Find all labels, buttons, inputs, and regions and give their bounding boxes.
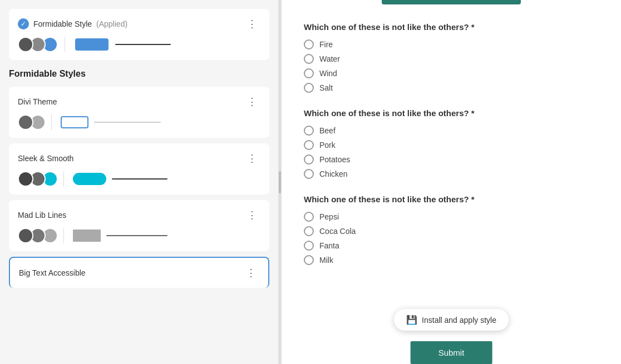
- radio-pepsi[interactable]: [304, 212, 314, 222]
- left-panel: ✓ Formidable Style (Applied) ⋮ Formidabl…: [0, 0, 278, 364]
- option-milk[interactable]: Milk: [304, 255, 599, 265]
- option-cocacola[interactable]: Coca Cola: [304, 226, 599, 236]
- bigtext-title: Big Text Accessible: [19, 268, 86, 277]
- radio-milk[interactable]: [304, 255, 314, 265]
- madlib-btn-preview: [73, 230, 101, 242]
- applied-btn-preview: [75, 38, 109, 51]
- option-wind[interactable]: Wind: [304, 68, 599, 78]
- label-pepsi: Pepsi: [319, 212, 339, 221]
- madlib-menu[interactable]: ⋮: [244, 208, 260, 222]
- radio-fire[interactable]: [304, 39, 314, 49]
- bigtext-menu[interactable]: ⋮: [243, 266, 259, 280]
- applied-card-header: ✓ Formidable Style (Applied) ⋮: [18, 17, 260, 31]
- install-apply-button[interactable]: 💾 Install and apply style: [394, 309, 509, 331]
- submit-label: Submit: [438, 348, 465, 357]
- sleek-btn-preview: [73, 173, 106, 185]
- label-fanta: Fanta: [319, 241, 339, 250]
- label-potatoes: Potatoes: [319, 155, 350, 164]
- divi-color-1: [18, 114, 33, 130]
- option-salt[interactable]: Salt: [304, 83, 599, 93]
- applied-card-menu[interactable]: ⋮: [244, 17, 260, 31]
- sleek-preview: [18, 171, 260, 187]
- option-pepsi[interactable]: Pepsi: [304, 212, 599, 222]
- label-wind: Wind: [319, 69, 337, 78]
- option-fanta[interactable]: Fanta: [304, 241, 599, 251]
- question-3: Which one of these is not like the other…: [304, 195, 599, 265]
- madlib-preview: [18, 228, 260, 243]
- radio-potatoes[interactable]: [304, 154, 314, 164]
- label-cocacola: Coca Cola: [319, 227, 356, 236]
- question-2-text: Which one of these is not like the other…: [304, 108, 599, 118]
- option-beef[interactable]: Beef: [304, 126, 599, 136]
- option-potatoes[interactable]: Potatoes: [304, 154, 599, 164]
- style-card-sleek: Sleek & Smooth ⋮: [9, 143, 269, 195]
- color-circle-1: [18, 37, 33, 52]
- radio-cocacola[interactable]: [304, 226, 314, 236]
- install-btn-container: 💾 Install and apply style: [394, 309, 509, 331]
- madlib-colors: [18, 228, 55, 243]
- bigtext-header: Big Text Accessible ⋮: [19, 266, 259, 280]
- applied-preview-row: [18, 37, 260, 52]
- style-card-divi: Divi Theme ⋮: [9, 87, 269, 138]
- applied-style-card: ✓ Formidable Style (Applied) ⋮: [9, 9, 269, 60]
- option-fire[interactable]: Fire: [304, 39, 599, 49]
- label-pork: Pork: [319, 141, 336, 149]
- preview-divider: [65, 37, 65, 52]
- question-2: Which one of these is not like the other…: [304, 108, 599, 179]
- madlib-divider: [63, 228, 64, 243]
- applied-style-name: Formidable Style: [33, 19, 92, 28]
- option-chicken[interactable]: Chicken: [304, 169, 599, 179]
- install-btn-label: Install and apply style: [422, 316, 496, 325]
- radio-pork[interactable]: [304, 140, 314, 150]
- divi-title: Divi Theme: [18, 97, 57, 106]
- question-1-text: Which one of these is not like the other…: [304, 22, 599, 32]
- radio-fanta[interactable]: [304, 241, 314, 251]
- radio-beef[interactable]: [304, 126, 314, 136]
- option-water[interactable]: Water: [304, 54, 599, 64]
- section-title: Formidable Styles: [9, 69, 269, 79]
- style-card-bigtext: Big Text Accessible ⋮: [9, 257, 269, 288]
- madlib-header: Mad Lib Lines ⋮: [18, 208, 260, 222]
- label-salt: Salt: [319, 83, 333, 92]
- label-water: Water: [319, 54, 340, 63]
- divi-line-preview: [94, 122, 161, 123]
- divi-preview: [18, 114, 260, 130]
- divi-divider: [51, 114, 52, 130]
- sleek-menu[interactable]: ⋮: [244, 151, 260, 166]
- top-green-bar: [382, 0, 521, 4]
- question-3-text: Which one of these is not like the other…: [304, 195, 599, 204]
- divi-btn-preview: [61, 116, 88, 128]
- applied-line-preview: [115, 44, 171, 45]
- madlib-line-preview: [106, 235, 167, 236]
- submit-button[interactable]: Submit: [411, 341, 492, 364]
- divi-menu[interactable]: ⋮: [244, 94, 260, 109]
- sleek-line-preview: [112, 178, 167, 179]
- option-pork[interactable]: Pork: [304, 140, 599, 150]
- radio-salt[interactable]: [304, 83, 314, 93]
- radio-water[interactable]: [304, 54, 314, 64]
- sleek-header: Sleek & Smooth ⋮: [18, 151, 260, 166]
- divi-header: Divi Theme ⋮: [18, 94, 260, 109]
- divi-colors: [18, 114, 42, 130]
- right-panel: Which one of these is not like the other…: [282, 0, 621, 364]
- style-card-madlib: Mad Lib Lines ⋮: [9, 200, 269, 251]
- radio-wind[interactable]: [304, 68, 314, 78]
- label-fire: Fire: [319, 40, 333, 49]
- label-beef: Beef: [319, 126, 336, 135]
- label-chicken: Chicken: [319, 169, 348, 178]
- radio-chicken[interactable]: [304, 169, 314, 179]
- applied-label: (Applied): [96, 19, 127, 28]
- applied-title: ✓ Formidable Style (Applied): [18, 18, 127, 29]
- sleek-divider: [63, 171, 64, 187]
- install-icon: 💾: [406, 315, 417, 325]
- sleek-color-1: [18, 171, 33, 187]
- sleek-colors: [18, 171, 55, 187]
- sleek-title: Sleek & Smooth: [18, 154, 73, 163]
- madlib-color-1: [18, 228, 33, 243]
- applied-color-circles: [18, 37, 55, 52]
- check-icon: ✓: [18, 18, 29, 29]
- madlib-title: Mad Lib Lines: [18, 211, 66, 220]
- label-milk: Milk: [319, 256, 333, 265]
- question-1: Which one of these is not like the other…: [304, 22, 599, 93]
